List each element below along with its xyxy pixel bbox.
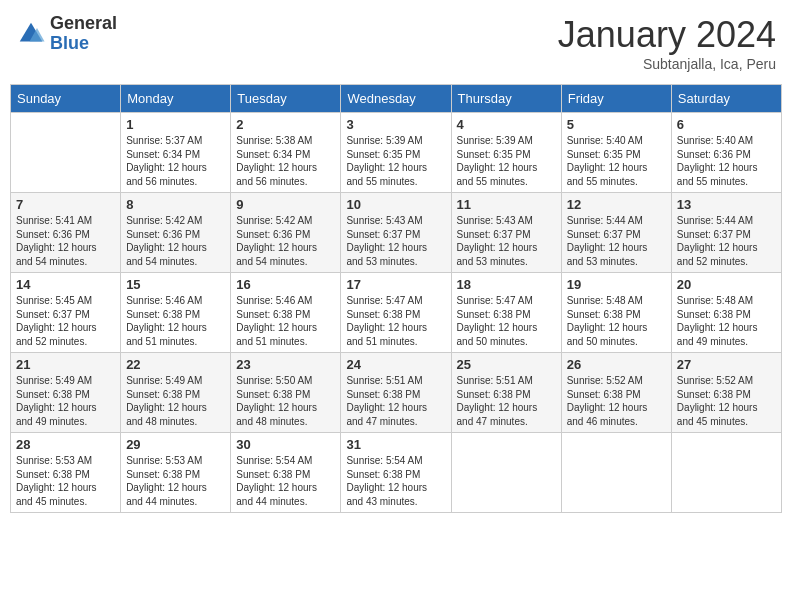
calendar-cell: 3Sunrise: 5:39 AM Sunset: 6:35 PM Daylig… bbox=[341, 113, 451, 193]
day-number: 7 bbox=[16, 197, 115, 212]
day-info: Sunrise: 5:54 AM Sunset: 6:38 PM Dayligh… bbox=[236, 454, 335, 508]
calendar-cell: 14Sunrise: 5:45 AM Sunset: 6:37 PM Dayli… bbox=[11, 273, 121, 353]
calendar-header: SundayMondayTuesdayWednesdayThursdayFrid… bbox=[11, 85, 782, 113]
calendar-cell: 16Sunrise: 5:46 AM Sunset: 6:38 PM Dayli… bbox=[231, 273, 341, 353]
calendar-cell: 29Sunrise: 5:53 AM Sunset: 6:38 PM Dayli… bbox=[121, 433, 231, 513]
month-title: January 2024 bbox=[558, 14, 776, 56]
day-number: 11 bbox=[457, 197, 556, 212]
calendar-cell: 20Sunrise: 5:48 AM Sunset: 6:38 PM Dayli… bbox=[671, 273, 781, 353]
logo-icon bbox=[16, 19, 46, 49]
day-number: 17 bbox=[346, 277, 445, 292]
calendar-cell: 22Sunrise: 5:49 AM Sunset: 6:38 PM Dayli… bbox=[121, 353, 231, 433]
day-info: Sunrise: 5:53 AM Sunset: 6:38 PM Dayligh… bbox=[16, 454, 115, 508]
day-of-week-header: Wednesday bbox=[341, 85, 451, 113]
calendar-cell: 24Sunrise: 5:51 AM Sunset: 6:38 PM Dayli… bbox=[341, 353, 451, 433]
logo-general-text: General bbox=[50, 14, 117, 34]
calendar-cell: 23Sunrise: 5:50 AM Sunset: 6:38 PM Dayli… bbox=[231, 353, 341, 433]
day-number: 2 bbox=[236, 117, 335, 132]
days-of-week-row: SundayMondayTuesdayWednesdayThursdayFrid… bbox=[11, 85, 782, 113]
day-number: 26 bbox=[567, 357, 666, 372]
day-number: 15 bbox=[126, 277, 225, 292]
day-number: 20 bbox=[677, 277, 776, 292]
day-info: Sunrise: 5:46 AM Sunset: 6:38 PM Dayligh… bbox=[126, 294, 225, 348]
day-info: Sunrise: 5:51 AM Sunset: 6:38 PM Dayligh… bbox=[457, 374, 556, 428]
day-number: 16 bbox=[236, 277, 335, 292]
calendar-cell: 27Sunrise: 5:52 AM Sunset: 6:38 PM Dayli… bbox=[671, 353, 781, 433]
day-info: Sunrise: 5:40 AM Sunset: 6:36 PM Dayligh… bbox=[677, 134, 776, 188]
day-info: Sunrise: 5:45 AM Sunset: 6:37 PM Dayligh… bbox=[16, 294, 115, 348]
day-number: 13 bbox=[677, 197, 776, 212]
day-of-week-header: Saturday bbox=[671, 85, 781, 113]
calendar-cell: 13Sunrise: 5:44 AM Sunset: 6:37 PM Dayli… bbox=[671, 193, 781, 273]
title-section: January 2024 Subtanjalla, Ica, Peru bbox=[558, 14, 776, 72]
day-info: Sunrise: 5:39 AM Sunset: 6:35 PM Dayligh… bbox=[457, 134, 556, 188]
calendar-cell: 12Sunrise: 5:44 AM Sunset: 6:37 PM Dayli… bbox=[561, 193, 671, 273]
calendar-week-row: 28Sunrise: 5:53 AM Sunset: 6:38 PM Dayli… bbox=[11, 433, 782, 513]
day-info: Sunrise: 5:38 AM Sunset: 6:34 PM Dayligh… bbox=[236, 134, 335, 188]
day-info: Sunrise: 5:54 AM Sunset: 6:38 PM Dayligh… bbox=[346, 454, 445, 508]
calendar-week-row: 21Sunrise: 5:49 AM Sunset: 6:38 PM Dayli… bbox=[11, 353, 782, 433]
day-of-week-header: Friday bbox=[561, 85, 671, 113]
logo: General Blue bbox=[16, 14, 117, 54]
day-number: 23 bbox=[236, 357, 335, 372]
day-number: 6 bbox=[677, 117, 776, 132]
day-number: 28 bbox=[16, 437, 115, 452]
calendar-cell: 31Sunrise: 5:54 AM Sunset: 6:38 PM Dayli… bbox=[341, 433, 451, 513]
calendar-cell: 5Sunrise: 5:40 AM Sunset: 6:35 PM Daylig… bbox=[561, 113, 671, 193]
day-number: 5 bbox=[567, 117, 666, 132]
day-number: 18 bbox=[457, 277, 556, 292]
day-info: Sunrise: 5:41 AM Sunset: 6:36 PM Dayligh… bbox=[16, 214, 115, 268]
calendar-cell: 8Sunrise: 5:42 AM Sunset: 6:36 PM Daylig… bbox=[121, 193, 231, 273]
calendar-cell: 9Sunrise: 5:42 AM Sunset: 6:36 PM Daylig… bbox=[231, 193, 341, 273]
calendar-cell: 21Sunrise: 5:49 AM Sunset: 6:38 PM Dayli… bbox=[11, 353, 121, 433]
day-of-week-header: Monday bbox=[121, 85, 231, 113]
calendar-week-row: 7Sunrise: 5:41 AM Sunset: 6:36 PM Daylig… bbox=[11, 193, 782, 273]
day-number: 3 bbox=[346, 117, 445, 132]
day-info: Sunrise: 5:40 AM Sunset: 6:35 PM Dayligh… bbox=[567, 134, 666, 188]
calendar-cell: 18Sunrise: 5:47 AM Sunset: 6:38 PM Dayli… bbox=[451, 273, 561, 353]
calendar-cell: 26Sunrise: 5:52 AM Sunset: 6:38 PM Dayli… bbox=[561, 353, 671, 433]
calendar-cell: 2Sunrise: 5:38 AM Sunset: 6:34 PM Daylig… bbox=[231, 113, 341, 193]
calendar-cell: 11Sunrise: 5:43 AM Sunset: 6:37 PM Dayli… bbox=[451, 193, 561, 273]
day-number: 29 bbox=[126, 437, 225, 452]
day-info: Sunrise: 5:39 AM Sunset: 6:35 PM Dayligh… bbox=[346, 134, 445, 188]
calendar-cell: 28Sunrise: 5:53 AM Sunset: 6:38 PM Dayli… bbox=[11, 433, 121, 513]
day-number: 1 bbox=[126, 117, 225, 132]
day-info: Sunrise: 5:46 AM Sunset: 6:38 PM Dayligh… bbox=[236, 294, 335, 348]
location-subtitle: Subtanjalla, Ica, Peru bbox=[558, 56, 776, 72]
calendar-cell: 4Sunrise: 5:39 AM Sunset: 6:35 PM Daylig… bbox=[451, 113, 561, 193]
day-number: 24 bbox=[346, 357, 445, 372]
calendar-cell: 10Sunrise: 5:43 AM Sunset: 6:37 PM Dayli… bbox=[341, 193, 451, 273]
day-info: Sunrise: 5:48 AM Sunset: 6:38 PM Dayligh… bbox=[567, 294, 666, 348]
day-info: Sunrise: 5:48 AM Sunset: 6:38 PM Dayligh… bbox=[677, 294, 776, 348]
day-of-week-header: Tuesday bbox=[231, 85, 341, 113]
day-info: Sunrise: 5:47 AM Sunset: 6:38 PM Dayligh… bbox=[346, 294, 445, 348]
day-number: 12 bbox=[567, 197, 666, 212]
day-of-week-header: Thursday bbox=[451, 85, 561, 113]
day-number: 22 bbox=[126, 357, 225, 372]
day-info: Sunrise: 5:53 AM Sunset: 6:38 PM Dayligh… bbox=[126, 454, 225, 508]
calendar-table: SundayMondayTuesdayWednesdayThursdayFrid… bbox=[10, 84, 782, 513]
day-number: 9 bbox=[236, 197, 335, 212]
day-number: 27 bbox=[677, 357, 776, 372]
day-info: Sunrise: 5:50 AM Sunset: 6:38 PM Dayligh… bbox=[236, 374, 335, 428]
day-number: 10 bbox=[346, 197, 445, 212]
day-info: Sunrise: 5:44 AM Sunset: 6:37 PM Dayligh… bbox=[677, 214, 776, 268]
calendar-cell: 15Sunrise: 5:46 AM Sunset: 6:38 PM Dayli… bbox=[121, 273, 231, 353]
day-info: Sunrise: 5:51 AM Sunset: 6:38 PM Dayligh… bbox=[346, 374, 445, 428]
day-info: Sunrise: 5:49 AM Sunset: 6:38 PM Dayligh… bbox=[126, 374, 225, 428]
calendar-cell: 6Sunrise: 5:40 AM Sunset: 6:36 PM Daylig… bbox=[671, 113, 781, 193]
calendar-week-row: 14Sunrise: 5:45 AM Sunset: 6:37 PM Dayli… bbox=[11, 273, 782, 353]
calendar-cell: 7Sunrise: 5:41 AM Sunset: 6:36 PM Daylig… bbox=[11, 193, 121, 273]
calendar-cell bbox=[561, 433, 671, 513]
calendar-body: 1Sunrise: 5:37 AM Sunset: 6:34 PM Daylig… bbox=[11, 113, 782, 513]
calendar-cell: 17Sunrise: 5:47 AM Sunset: 6:38 PM Dayli… bbox=[341, 273, 451, 353]
day-info: Sunrise: 5:52 AM Sunset: 6:38 PM Dayligh… bbox=[677, 374, 776, 428]
day-number: 31 bbox=[346, 437, 445, 452]
calendar-cell bbox=[671, 433, 781, 513]
day-info: Sunrise: 5:52 AM Sunset: 6:38 PM Dayligh… bbox=[567, 374, 666, 428]
day-info: Sunrise: 5:43 AM Sunset: 6:37 PM Dayligh… bbox=[346, 214, 445, 268]
calendar-cell bbox=[11, 113, 121, 193]
calendar-cell: 25Sunrise: 5:51 AM Sunset: 6:38 PM Dayli… bbox=[451, 353, 561, 433]
calendar-cell: 30Sunrise: 5:54 AM Sunset: 6:38 PM Dayli… bbox=[231, 433, 341, 513]
